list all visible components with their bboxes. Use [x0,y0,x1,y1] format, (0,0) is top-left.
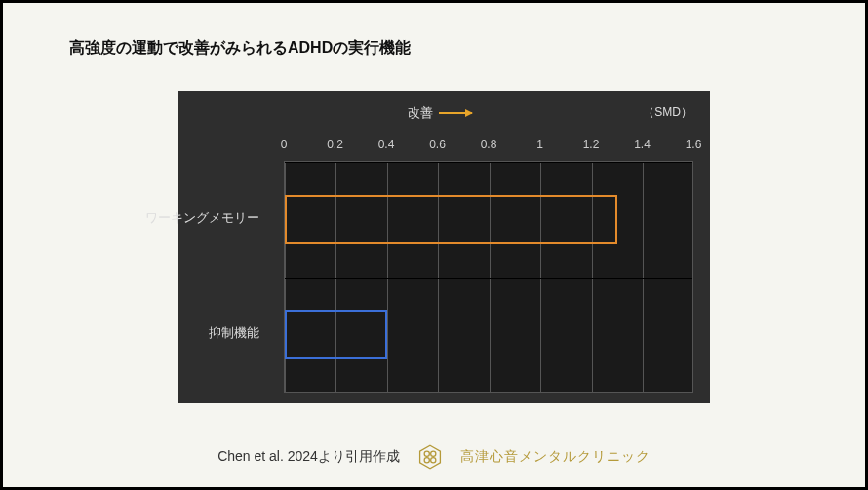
plot-area: ワーキングメモリー 抑制機能 [284,161,693,393]
tick-label: 0 [281,138,288,151]
improve-label: 改善 [408,104,433,122]
tick-label: 1.2 [583,138,600,151]
improve-annotation: 改善 [408,104,472,122]
bar-working-memory [285,195,617,244]
tick-label: 0.8 [481,138,497,151]
category-label: ワーキングメモリー [123,209,259,226]
source-citation: Chen et al. 2024より引用作成 [217,448,400,466]
svg-point-3 [424,458,429,463]
tick-label: 0.2 [327,138,343,151]
x-axis-ticks: 0 0.2 0.4 0.6 0.8 1 1.2 1.4 1.6 [178,138,710,155]
page-title: 高強度の運動で改善がみられるADHDの実行機能 [69,38,411,59]
footer: Chen et al. 2024より引用作成 高津心音メンタルクリニック [3,444,865,470]
chart-panel: 改善 （SMD） 0 0.2 0.4 0.6 0.8 1 1.2 1.4 1.6… [178,91,710,403]
clinic-name: 高津心音メンタルクリニック [460,448,651,466]
axis-unit-label: （SMD） [643,104,692,121]
svg-marker-0 [419,445,440,468]
tick-label: 0.4 [378,138,395,151]
tick-label: 1.4 [634,138,651,151]
svg-point-1 [424,451,429,456]
svg-point-4 [431,458,436,463]
arrow-right-icon [439,112,472,114]
category-label: 抑制機能 [123,324,259,342]
tick-label: 1 [536,138,543,151]
tick-label: 0.6 [429,138,446,151]
tick-label: 1.6 [686,138,702,151]
clinic-logo-icon [417,444,443,470]
svg-point-2 [431,451,436,456]
bar-inhibition [285,310,387,359]
